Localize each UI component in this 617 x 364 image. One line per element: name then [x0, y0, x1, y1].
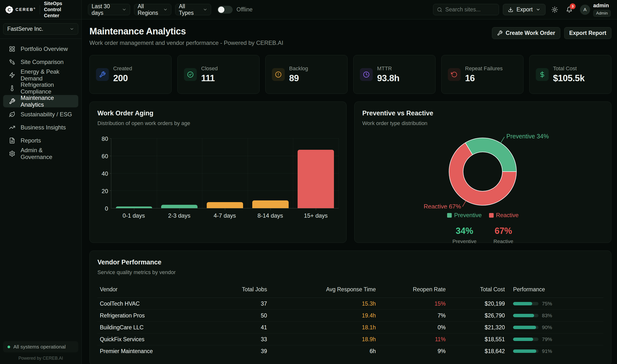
- date-range-select[interactable]: Last 30 days: [88, 4, 130, 15]
- performance-percent: 91%: [542, 348, 552, 354]
- zap-icon: [9, 72, 15, 78]
- kpi-value: 200: [113, 73, 132, 83]
- kpi-card-created: Created200: [90, 55, 172, 94]
- role-badge: Admin: [593, 10, 611, 17]
- stat-label: Reactive: [493, 238, 513, 244]
- charts-row: Work Order Aging Distribution of open wo…: [90, 102, 611, 243]
- export-report-button[interactable]: Export Report: [564, 27, 611, 39]
- compare-icon: [9, 59, 15, 65]
- callout-line: [463, 201, 466, 207]
- kpi-value: 111: [201, 73, 218, 83]
- search-box[interactable]: [433, 4, 499, 15]
- column-header-avg-response-time: Avg Response Time: [270, 283, 378, 298]
- user-menu[interactable]: A admin Admin: [580, 2, 611, 17]
- stat-value: 67%: [493, 226, 513, 236]
- export-report-label: Export Report: [569, 30, 606, 36]
- performance-percent: 75%: [542, 301, 552, 307]
- performance-bar-track: [513, 326, 539, 329]
- performance: 79%: [507, 334, 604, 345]
- x-tick: [134, 208, 134, 210]
- org-selector[interactable]: FastServe Inc.: [3, 23, 78, 35]
- notifications-button[interactable]: 3: [564, 4, 575, 15]
- gridline: [111, 138, 339, 139]
- wrench-icon: [99, 71, 106, 78]
- sidebar-item-label: Portfolio Overview: [21, 46, 68, 52]
- status-dot-icon: [8, 346, 10, 348]
- sidebar-item-reports[interactable]: Reports: [3, 134, 78, 147]
- clock-icon: [363, 71, 370, 78]
- sidebar-item-admin-governance[interactable]: Admin & Governance: [3, 147, 78, 160]
- y-tick-label: 80: [102, 135, 108, 142]
- kpi-icon-chip: [96, 68, 109, 81]
- sidebar-item-sustainability-esg[interactable]: Sustainability / ESG: [3, 108, 78, 120]
- legend-item-reactive: Reactive: [489, 212, 519, 219]
- vendor-name: QuickFix Services: [97, 334, 199, 345]
- sidebar-item-maintenance-analytics[interactable]: Maintenance Analytics: [3, 95, 78, 107]
- region-select[interactable]: All Regions: [134, 4, 171, 15]
- type-select[interactable]: All Types: [175, 4, 211, 15]
- work-order-aging-card: Work Order Aging Distribution of open wo…: [90, 102, 347, 243]
- sidebar-item-energy-peak-demand[interactable]: Energy & Peak Demand: [3, 69, 78, 81]
- avg-response-time: 15.3h: [270, 298, 378, 310]
- search-input[interactable]: [445, 6, 495, 13]
- sidebar-item-portfolio-overview[interactable]: Portfolio Overview: [3, 43, 78, 55]
- sidebar-item-label: Site Comparison: [21, 59, 64, 65]
- kpi-card-total-cost: Total Cost$105.5k: [529, 55, 611, 94]
- stat-value: 34%: [452, 226, 476, 236]
- kpi-icon-chip: [184, 68, 197, 81]
- system-status-pill: All systems operational: [3, 341, 78, 352]
- sidebar-item-label: Maintenance Analytics: [21, 94, 72, 108]
- callout-line: [501, 137, 504, 143]
- sidebar-item-refrigeration-compliance[interactable]: Refrigeration Compliance: [3, 82, 78, 94]
- x-tick-label: 15+ days: [293, 212, 339, 219]
- stat-reactive: 67%Reactive: [493, 226, 513, 244]
- sidebar-item-label: Refrigeration Compliance: [21, 81, 72, 95]
- sidebar-item-label: Admin & Governance: [21, 147, 72, 160]
- search-icon: [437, 7, 442, 12]
- create-work-order-button[interactable]: Create Work Order: [492, 27, 560, 39]
- notification-badge: 3: [570, 3, 576, 9]
- total-jobs: 50: [199, 310, 270, 322]
- chart-stats: 34%Preventive67%Reactive: [362, 226, 604, 244]
- chevron-down-icon: [163, 7, 168, 12]
- offline-toggle[interactable]: [217, 6, 233, 13]
- sidebar-item-business-insights[interactable]: Business Insights: [3, 121, 78, 133]
- avg-response-time: 6h: [270, 345, 378, 357]
- reopen-rate: 0%: [378, 322, 448, 334]
- total-cost: $26,790: [448, 310, 507, 322]
- app-title: SiteOps Control Center: [44, 0, 76, 19]
- cereb-logo-icon: C: [5, 5, 13, 14]
- y-tick-label: 40: [102, 170, 108, 177]
- zap-icon: [9, 72, 15, 78]
- column-header-performance: Performance: [507, 283, 604, 298]
- gridline: [157, 139, 157, 208]
- grid-icon: [9, 46, 15, 52]
- sidebar-nav: Portfolio OverviewSite ComparisonEnergy …: [0, 39, 81, 164]
- donut-svg: Preventive 34%Reactive 67%: [362, 133, 604, 208]
- legend-swatch: [489, 213, 494, 218]
- export-button[interactable]: Export: [503, 4, 545, 15]
- performance: 91%: [507, 345, 604, 357]
- vendor-row-refrigeration-pros: Refrigeration Pros5019.4h7%$26,79083%: [97, 310, 604, 322]
- date-range-value: Last 30 days: [92, 3, 120, 16]
- chart-subtitle: Work order type distribution: [362, 120, 604, 127]
- bar-8-14-days: [252, 200, 289, 208]
- kpi-label: Total Cost: [553, 65, 585, 72]
- kpi-value: 89: [289, 73, 308, 83]
- sidebar-footer: All systems operational Powered by CEREB…: [0, 338, 81, 364]
- leaf-icon: [9, 111, 15, 117]
- wrench-icon: [497, 30, 503, 36]
- legend-item-preventive: Preventive: [447, 212, 482, 219]
- vendor-name: Refrigeration Pros: [97, 310, 199, 322]
- column-header-total-jobs: Total Jobs: [199, 283, 270, 298]
- file-icon: [9, 137, 15, 144]
- theme-toggle-button[interactable]: [549, 4, 560, 15]
- sidebar-item-site-comparison[interactable]: Site Comparison: [3, 56, 78, 68]
- performance: 83%: [507, 310, 604, 322]
- logo-text: CEREB®: [15, 7, 36, 12]
- performance-bar-fill: [513, 314, 534, 317]
- wrench-icon: [497, 30, 503, 36]
- stat-label: Preventive: [452, 238, 476, 244]
- avg-response-time: 18.9h: [270, 334, 378, 345]
- performance-bar-fill: [513, 326, 536, 329]
